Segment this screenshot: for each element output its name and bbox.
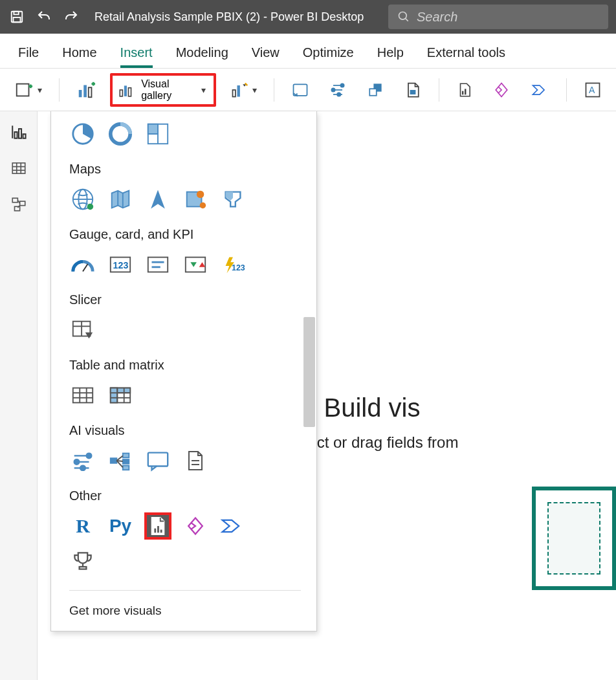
trophy-icon[interactable] (69, 547, 96, 575)
table-view-icon[interactable] (8, 158, 29, 179)
kpi-icon[interactable] (182, 251, 209, 278)
azure-map-icon[interactable] (182, 186, 209, 213)
menu-help[interactable]: Help (366, 39, 415, 68)
save-icon[interactable] (8, 8, 26, 26)
filled-map-icon[interactable] (107, 186, 134, 213)
table-icon[interactable] (69, 382, 96, 409)
section-gauge-label: Gauge, card, and KPI (69, 227, 301, 242)
shape-map-icon[interactable] (219, 186, 247, 213)
menu-optimize[interactable]: Optimize (291, 39, 366, 68)
svg-rect-89 (123, 454, 129, 458)
svg-text:A: A (589, 85, 595, 95)
svg-rect-100 (160, 530, 162, 533)
divider (566, 78, 567, 102)
svg-rect-95 (148, 453, 168, 466)
sparkline-button[interactable]: A (578, 76, 607, 104)
redo-icon[interactable] (62, 8, 80, 26)
more-visuals-button[interactable]: ▾ (225, 76, 262, 104)
key-influencers-icon[interactable] (69, 447, 96, 474)
window-title: Retail Analysis Sample PBIX (2) - Power … (94, 10, 364, 24)
text-box-button[interactable] (286, 76, 314, 104)
power-apps-visual-icon[interactable] (182, 512, 209, 540)
svg-line-4 (406, 19, 408, 21)
multi-row-card-icon[interactable] (144, 251, 171, 278)
svg-rect-8 (79, 90, 82, 97)
menu-insert[interactable]: Insert (109, 39, 164, 68)
get-more-visuals-link[interactable]: Get more visuals (69, 604, 301, 618)
undo-icon[interactable] (35, 8, 53, 26)
svg-rect-90 (123, 459, 129, 464)
power-automate-button[interactable] (525, 76, 555, 104)
svg-point-3 (399, 12, 407, 20)
separator (69, 590, 301, 591)
visual-drop-zone[interactable] (547, 502, 600, 575)
svg-rect-27 (410, 90, 416, 94)
svg-rect-28 (462, 91, 463, 94)
section-maps-label: Maps (69, 162, 301, 177)
power-automate-visual-icon[interactable] (219, 512, 247, 540)
svg-rect-5 (17, 83, 29, 96)
svg-rect-17 (237, 85, 240, 97)
model-view-icon[interactable] (8, 194, 29, 215)
qa-icon[interactable] (144, 447, 171, 474)
svg-rect-88 (111, 458, 117, 463)
svg-point-55 (87, 204, 94, 210)
slicer-icon[interactable] (69, 316, 96, 344)
pie-chart-icon[interactable] (69, 120, 96, 148)
r-visual-icon[interactable]: R (69, 512, 96, 540)
visual-gallery-button[interactable]: Visual gallery ▾ (110, 73, 216, 107)
svg-rect-70 (73, 388, 93, 403)
decomposition-tree-icon[interactable] (107, 447, 134, 474)
matrix-icon[interactable] (107, 382, 134, 409)
divider (274, 78, 274, 102)
svg-text:123: 123 (113, 260, 129, 270)
map-icon[interactable] (69, 186, 96, 213)
svg-rect-98 (154, 529, 156, 533)
svg-rect-9 (83, 85, 87, 97)
paginated-report-visual-icon[interactable] (144, 512, 171, 540)
new-page-button[interactable]: ▾ (9, 76, 47, 104)
svg-rect-41 (12, 198, 17, 203)
python-visual-icon[interactable]: Py (107, 512, 134, 540)
card-icon[interactable]: 123 (107, 251, 134, 278)
svg-point-57 (197, 191, 204, 198)
svg-rect-26 (369, 89, 377, 96)
svg-rect-34 (19, 129, 21, 138)
treemap-icon[interactable] (144, 120, 171, 148)
menu-file[interactable]: File (6, 39, 50, 68)
svg-rect-99 (157, 526, 159, 532)
visual-gallery-icon (118, 80, 135, 100)
visual-placeholder[interactable] (532, 487, 616, 590)
menu-bar: File Home Insert Modeling View Optimize … (0, 34, 616, 69)
svg-rect-10 (89, 87, 92, 97)
donut-chart-icon[interactable] (107, 120, 134, 148)
section-slicer-label: Slicer (69, 292, 301, 307)
svg-line-59 (83, 264, 88, 271)
svg-rect-36 (12, 163, 25, 173)
svg-text:123: 123 (232, 264, 245, 273)
search-box[interactable]: Search (388, 5, 608, 29)
image-button[interactable] (399, 76, 427, 104)
menu-home[interactable]: Home (50, 39, 108, 68)
paginated-report-button[interactable] (451, 76, 478, 104)
menu-external-tools[interactable]: External tools (415, 39, 517, 68)
arcgis-map-icon[interactable] (144, 186, 171, 213)
body-area: Maps Gauge, card, and KPI (0, 111, 616, 680)
gauge-icon[interactable] (69, 251, 96, 278)
svg-rect-29 (465, 89, 466, 94)
report-view-icon[interactable] (8, 122, 29, 142)
svg-point-24 (337, 93, 340, 96)
svg-rect-13 (120, 90, 122, 96)
buttons-button[interactable] (324, 76, 352, 104)
narrative-icon[interactable] (182, 447, 209, 474)
card-new-icon[interactable]: 123 (219, 251, 247, 278)
new-visual-button[interactable] (71, 76, 101, 104)
shapes-button[interactable] (361, 76, 390, 104)
scrollbar-thumb[interactable] (303, 317, 315, 427)
menu-view[interactable]: View (240, 39, 291, 68)
power-apps-button[interactable] (487, 76, 516, 104)
svg-rect-77 (111, 388, 117, 403)
chevron-down-icon: ▾ (38, 85, 42, 95)
svg-rect-2 (14, 17, 21, 22)
menu-modeling[interactable]: Modeling (164, 39, 240, 68)
